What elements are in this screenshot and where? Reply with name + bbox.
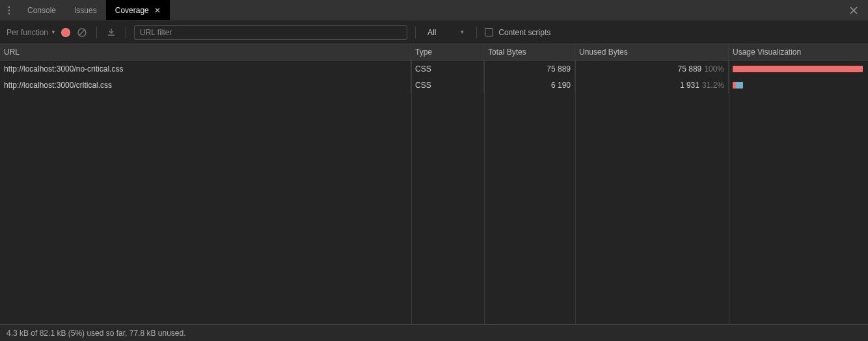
cell-type: CSS bbox=[411, 77, 484, 93]
unused-pct: 31.2% bbox=[702, 81, 724, 90]
usage-bar-unused bbox=[733, 66, 863, 72]
type-filter-dropdown[interactable]: All ▼ bbox=[424, 28, 468, 37]
unused-pct: 100% bbox=[704, 64, 724, 74]
tab-console[interactable]: Console bbox=[18, 0, 65, 20]
drawer-tab-bar: Console Issues Coverage ✕ bbox=[0, 0, 868, 21]
cell-total: 75 889 bbox=[484, 61, 575, 77]
checkbox-icon bbox=[485, 28, 493, 36]
content-scripts-label: Content scripts bbox=[498, 28, 550, 37]
export-button[interactable] bbox=[105, 26, 118, 39]
unused-bytes-value: 75 889 bbox=[678, 64, 702, 74]
ban-icon bbox=[77, 27, 87, 38]
usage-bar-used bbox=[736, 82, 743, 89]
separator bbox=[415, 27, 416, 38]
svg-point-0 bbox=[8, 6, 10, 7]
svg-point-1 bbox=[8, 9, 10, 10]
cell-type: CSS bbox=[411, 61, 484, 77]
tab-label: Coverage bbox=[115, 6, 149, 15]
col-url[interactable]: URL bbox=[0, 44, 411, 60]
usage-bar bbox=[733, 66, 863, 72]
download-icon bbox=[106, 27, 116, 38]
tab-issues[interactable]: Issues bbox=[65, 0, 106, 20]
type-filter-value: All bbox=[427, 28, 436, 37]
close-icon[interactable]: ✕ bbox=[154, 6, 161, 15]
svg-point-2 bbox=[8, 12, 10, 14]
table-header: URL Type Total Bytes Unused Bytes Usage … bbox=[0, 44, 868, 61]
content-scripts-toggle[interactable]: Content scripts bbox=[485, 28, 550, 37]
kebab-menu-icon[interactable] bbox=[0, 0, 18, 20]
panel-close-button[interactable] bbox=[843, 0, 864, 21]
tab-coverage[interactable]: Coverage ✕ bbox=[106, 0, 170, 20]
unused-bytes-value: 1 931 bbox=[680, 81, 699, 90]
granularity-dropdown[interactable]: Per function ▼ bbox=[7, 28, 56, 37]
tab-label: Console bbox=[27, 6, 56, 15]
cell-viz bbox=[729, 61, 868, 77]
col-unused-bytes[interactable]: Unused Bytes bbox=[575, 44, 729, 60]
table-row[interactable]: http://localhost:3000/critical.css CSS 6… bbox=[0, 77, 868, 93]
chevron-down-icon: ▼ bbox=[459, 29, 465, 35]
usage-bar bbox=[733, 82, 743, 89]
svg-line-4 bbox=[79, 30, 85, 35]
separator bbox=[476, 27, 477, 38]
cell-unused: 1 931 31.2% bbox=[575, 77, 729, 93]
cell-url: http://localhost:3000/no-critical.css bbox=[0, 61, 411, 77]
tab-label: Issues bbox=[74, 6, 97, 15]
table-row[interactable]: http://localhost:3000/no-critical.css CS… bbox=[0, 61, 868, 77]
grid-lines bbox=[0, 61, 868, 324]
col-type[interactable]: Type bbox=[411, 44, 484, 60]
cell-unused: 75 889 100% bbox=[575, 61, 729, 77]
granularity-label: Per function bbox=[7, 28, 48, 37]
clear-button[interactable] bbox=[75, 26, 88, 39]
cell-viz bbox=[729, 77, 868, 93]
separator bbox=[126, 27, 126, 38]
cell-total: 6 190 bbox=[484, 77, 575, 93]
record-button[interactable] bbox=[61, 28, 70, 37]
chevron-down-icon: ▼ bbox=[51, 29, 56, 35]
url-filter-input[interactable] bbox=[134, 25, 407, 40]
coverage-summary: 4.3 kB of 82.1 kB (5%) used so far, 77.8… bbox=[7, 329, 186, 338]
col-total-bytes[interactable]: Total Bytes bbox=[484, 44, 575, 60]
coverage-toolbar: Per function ▼ All ▼ Content scripts bbox=[0, 21, 868, 44]
status-bar: 4.3 kB of 82.1 kB (5%) used so far, 77.8… bbox=[0, 324, 868, 341]
cell-url: http://localhost:3000/critical.css bbox=[0, 77, 411, 93]
separator bbox=[96, 27, 97, 38]
table-body: http://localhost:3000/no-critical.css CS… bbox=[0, 61, 868, 324]
col-usage-viz[interactable]: Usage Visualization bbox=[729, 44, 868, 60]
